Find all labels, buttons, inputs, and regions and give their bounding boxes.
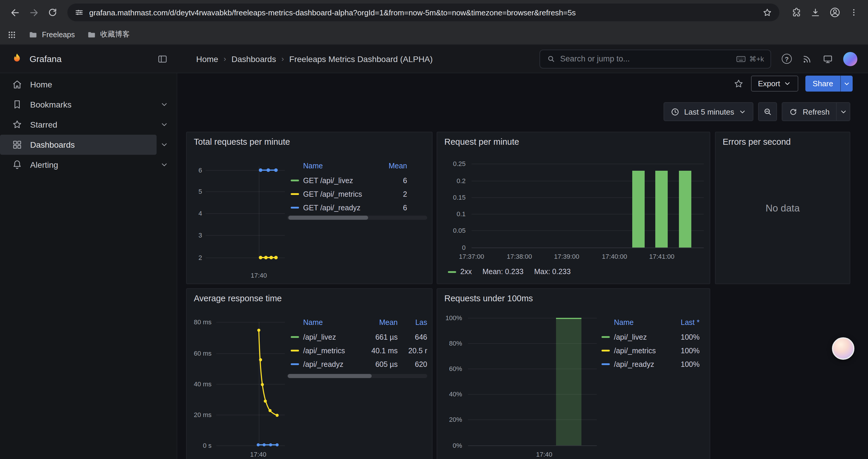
legend-header-mean[interactable]: Mean — [362, 319, 398, 327]
grafana-home-link[interactable]: Grafana — [11, 52, 61, 65]
gridline — [471, 197, 704, 198]
chevron-down-icon[interactable] — [160, 161, 168, 169]
chevron-down-icon[interactable] — [160, 121, 168, 129]
y-tick: 3 — [187, 232, 202, 239]
y-tick: 40 ms — [187, 381, 212, 388]
reload-icon — [47, 7, 58, 18]
y-tick: 20% — [437, 416, 462, 423]
extensions-icon[interactable] — [791, 7, 802, 18]
search-box[interactable]: ⌘+k — [539, 49, 771, 68]
y-tick: 0.25 — [437, 160, 466, 167]
panel-title[interactable]: Total requests per minute — [194, 137, 290, 146]
legend-row[interactable]: /api/_readyz 100% — [598, 357, 702, 371]
y-tick: 20 ms — [187, 411, 212, 418]
time-range-picker[interactable]: Last 5 minutes — [663, 102, 754, 121]
x-tick: 17:40 — [250, 451, 266, 458]
panel-title[interactable]: Request per minute — [444, 137, 519, 146]
sidebar-item-alerting[interactable]: Alerting — [0, 155, 177, 175]
chevron-down-icon[interactable] — [160, 140, 168, 149]
search-input[interactable] — [560, 54, 732, 63]
chevron-down-icon[interactable] — [160, 100, 168, 109]
browser-menu-icon[interactable] — [849, 8, 859, 17]
zoom-out-button[interactable] — [758, 102, 777, 121]
bookmark-star-icon[interactable] — [762, 7, 772, 18]
export-button[interactable]: Export — [751, 76, 798, 92]
sidebar-item-starred[interactable]: Starred — [0, 114, 177, 135]
legend-row[interactable]: GET /api/_livez 6 — [287, 174, 427, 187]
series-swatch — [601, 350, 610, 352]
display-icon[interactable] — [823, 54, 833, 64]
legend-row[interactable]: GET /api/_readyz 6 — [287, 201, 427, 215]
legend-series-2xx[interactable]: 2xx — [448, 268, 472, 276]
profile-icon[interactable] — [829, 6, 841, 18]
bookmark-icon — [12, 99, 23, 110]
legend-header-mean[interactable]: Mean — [383, 162, 407, 170]
y-tick: 2 — [187, 254, 202, 261]
legend-row[interactable]: /api/_metrics 100% — [598, 344, 702, 357]
sidebar-item-bookmarks[interactable]: Bookmarks — [0, 95, 177, 114]
bookmark-folder-blogs[interactable]: 收藏博客 — [87, 30, 130, 40]
series-mean: 2 — [383, 190, 407, 198]
site-info-icon[interactable] — [74, 8, 84, 17]
share-menu-button[interactable] — [840, 76, 852, 92]
series-last: 100% — [674, 333, 702, 341]
assistant-avatar[interactable] — [832, 337, 855, 360]
legend-row[interactable]: /api/_metrics 40.1 ms 20.5 r — [287, 344, 427, 357]
url-text: grafana.mathmast.com/d/deytv4rwavabkb/fr… — [89, 8, 757, 17]
panel-title[interactable]: Requests under 100ms — [444, 294, 533, 303]
sidebar-item-dashboards[interactable]: Dashboards — [0, 135, 177, 155]
series-swatch — [601, 363, 610, 365]
gridline — [206, 191, 285, 192]
bar-under-100ms — [556, 318, 582, 446]
panel-average-response-time: Average response time 80 ms 60 ms 40 ms … — [186, 288, 433, 459]
user-avatar[interactable] — [843, 52, 857, 66]
y-tick: 0.05 — [437, 227, 466, 234]
download-icon[interactable] — [810, 7, 821, 18]
series-last: 100% — [674, 360, 702, 368]
legend-row[interactable]: GET /api/_metrics 2 — [287, 187, 427, 201]
breadcrumb-home[interactable]: Home — [196, 54, 218, 64]
series-name: /api/_readyz — [303, 360, 362, 368]
favorite-star-icon[interactable] — [733, 78, 744, 89]
legend-scrollbar-thumb[interactable] — [288, 374, 372, 378]
sidebar-item-home[interactable]: Home — [0, 74, 177, 95]
legend-mean: Mean: 0.233 — [483, 268, 524, 276]
series-mean: 6 — [383, 176, 407, 185]
sidebar-item-label: Bookmarks — [30, 100, 71, 109]
chevron-down-icon — [739, 108, 747, 116]
back-button[interactable] — [6, 4, 24, 21]
refresh-button[interactable]: Refresh — [782, 102, 836, 121]
legend-header-name[interactable]: Name — [287, 162, 383, 170]
chevron-down-icon — [784, 80, 792, 88]
browser-toolbar: grafana.mathmast.com/d/deytv4rwavabkb/fr… — [0, 0, 868, 25]
legend-header-name[interactable]: Name — [598, 319, 674, 327]
legend-row[interactable]: /api/_readyz 605 µs 620 — [287, 357, 427, 371]
url-bar[interactable]: grafana.mathmast.com/d/deytv4rwavabkb/fr… — [67, 4, 779, 21]
legend-header-last[interactable]: Last * — [674, 319, 702, 327]
news-icon[interactable] — [802, 54, 812, 64]
bar-2xx — [679, 171, 691, 248]
legend-header-last[interactable]: Las — [398, 319, 427, 327]
grafana-header: Grafana Home › Dashboards › Freeleaps Me… — [0, 45, 868, 73]
series-last: 100% — [674, 347, 702, 355]
panel-title[interactable]: Average response time — [194, 294, 282, 303]
legend-row[interactable]: /api/_livez 661 µs 646 — [287, 330, 427, 344]
bookmark-folder-freeleaps[interactable]: Freeleaps — [28, 30, 75, 39]
apps-grid-icon[interactable] — [7, 30, 17, 39]
forward-button[interactable] — [25, 4, 42, 21]
refresh-interval-button[interactable] — [836, 102, 850, 121]
legend-header-name[interactable]: Name — [287, 319, 362, 327]
dock-sidebar-icon[interactable] — [157, 54, 168, 64]
legend-row[interactable]: /api/_livez 100% — [598, 330, 702, 344]
app-body: Home Bookmarks Starred — [0, 73, 868, 459]
legend-max: Max: 0.233 — [534, 268, 571, 276]
gridline-baseline — [471, 248, 704, 248]
reload-button[interactable] — [44, 4, 61, 21]
series-name: /api/_readyz — [614, 360, 674, 368]
legend-scrollbar-thumb[interactable] — [288, 216, 368, 220]
help-icon[interactable]: ? — [782, 54, 792, 64]
breadcrumb-dashboards[interactable]: Dashboards — [231, 54, 276, 64]
keyboard-icon — [736, 55, 746, 62]
share-button[interactable]: Share — [806, 76, 840, 92]
series-swatch — [448, 271, 456, 273]
